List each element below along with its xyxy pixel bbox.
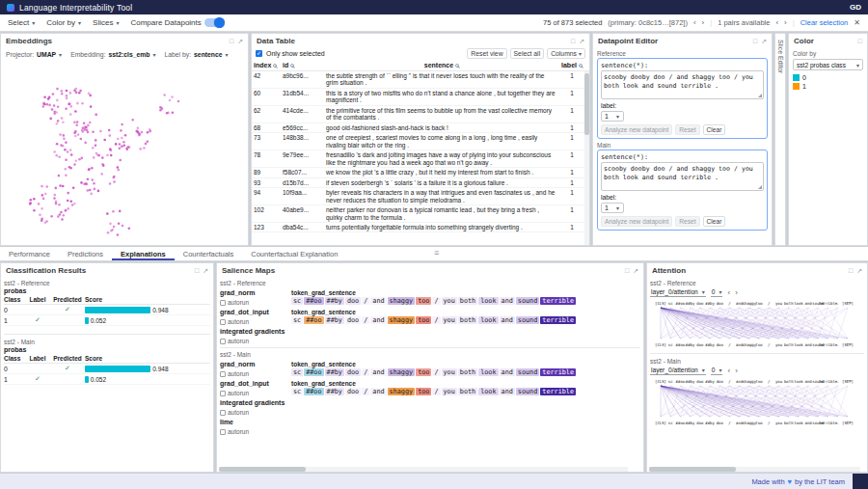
salience-token[interactable]: you <box>442 388 457 395</box>
next-datapoint-icon[interactable]: › <box>702 18 705 27</box>
salience-token[interactable]: ##oo <box>304 388 323 395</box>
attention-layer-select[interactable]: layer_0/attention▾ <box>650 287 706 297</box>
salience-token[interactable]: too <box>416 368 431 376</box>
clear-icon[interactable]: ✕ <box>854 18 860 27</box>
user-avatar[interactable]: GD <box>850 3 861 12</box>
table-row[interactable]: 62414cde...the primitive force of this f… <box>252 106 589 123</box>
pane-drag-handle[interactable]: ≡ <box>434 248 439 258</box>
salience-token[interactable]: look <box>478 297 498 305</box>
clear-button[interactable]: Clear <box>703 124 726 135</box>
scrollbar-thumb[interactable] <box>649 467 736 472</box>
autorun-checkbox[interactable] <box>220 300 226 306</box>
autorun-checkbox[interactable] <box>220 339 226 344</box>
salience-token[interactable]: / <box>362 316 369 324</box>
projector-select[interactable]: Projector:UMAP▾ <box>6 51 62 58</box>
salience-token[interactable]: look <box>478 316 498 324</box>
toggle-switch-icon[interactable] <box>204 18 224 27</box>
attention-head-select[interactable]: 0▾ <box>711 366 723 375</box>
salience-token[interactable]: / <box>362 388 369 395</box>
select-all-button[interactable]: Select all <box>510 48 545 59</box>
salience-token[interactable]: ##by <box>325 297 344 305</box>
columns-dropdown[interactable]: Columns▾ <box>547 48 585 59</box>
salience-token[interactable]: / <box>362 368 369 376</box>
salience-token[interactable]: both <box>458 316 477 324</box>
salience-token[interactable]: / <box>432 316 440 324</box>
salience-hscrollbar[interactable] <box>219 467 628 472</box>
salience-token[interactable]: and <box>370 388 386 395</box>
salience-token[interactable]: and <box>370 368 386 376</box>
maximize-icon[interactable]: □ <box>625 267 629 274</box>
clear-selection-button[interactable]: Clear selection <box>800 18 849 27</box>
table-row[interactable]: 10240abe9...neither parker nor donovan i… <box>252 205 589 223</box>
reset-button[interactable]: Reset <box>675 216 699 227</box>
salience-token[interactable]: sound <box>516 316 539 324</box>
salience-token[interactable]: terrible <box>540 316 576 324</box>
tab-counterfactual-explanation[interactable]: Counterfactual Explanation <box>242 247 346 260</box>
maximize-icon[interactable]: □ <box>858 38 862 44</box>
column-header-sentence[interactable]: sentence <box>323 62 560 68</box>
salience-token[interactable]: and <box>500 368 515 376</box>
autorun-checkbox[interactable] <box>220 319 226 325</box>
salience-token[interactable]: / <box>362 297 369 305</box>
column-header-index[interactable]: index <box>252 62 281 68</box>
salience-token[interactable]: both <box>458 297 477 305</box>
salience-token[interactable]: sound <box>516 297 539 305</box>
autorun-toggle[interactable]: autorun <box>220 370 288 377</box>
next-pair-icon[interactable]: › <box>784 18 787 27</box>
search-icon[interactable] <box>290 64 294 68</box>
column-header-id[interactable]: id <box>281 62 323 68</box>
salience-token[interactable]: ##oo <box>304 297 323 305</box>
salience-token[interactable]: doo <box>345 297 361 305</box>
table-row[interactable]: 93d15b7d...if steven soderbergh 's ` sol… <box>252 178 589 188</box>
prev-head-icon[interactable]: ‹ <box>727 367 730 375</box>
autorun-checkbox[interactable] <box>220 410 226 416</box>
scrollbar-thumb[interactable] <box>584 73 589 135</box>
salience-token[interactable]: / <box>432 388 440 395</box>
salience-token[interactable]: look <box>478 388 498 395</box>
table-row[interactable]: 123dba54c...turns potentially forgettabl… <box>252 223 589 232</box>
salience-token[interactable]: terrible <box>540 297 576 305</box>
table-row[interactable]: 68e569cc...good old-fashioned slash-and-… <box>252 123 589 133</box>
attention-visualization[interactable]: [CLS][CLS]scsc##oo##oo##by##bydoodoo##by… <box>650 298 858 348</box>
maximize-icon[interactable]: □ <box>230 38 233 44</box>
table-row[interactable]: 73148b38...one of creepiest , scariest m… <box>252 133 589 150</box>
salience-token[interactable]: doo <box>345 388 361 395</box>
autorun-checkbox[interactable] <box>220 429 226 435</box>
scatter-canvas[interactable] <box>1 61 248 244</box>
reset-button[interactable]: Reset <box>675 124 699 135</box>
popout-icon[interactable]: ↗ <box>237 38 243 44</box>
salience-token[interactable]: shaggy <box>388 297 416 305</box>
colorby-dropdown[interactable]: Color by▾ <box>46 18 81 27</box>
salience-token[interactable]: too <box>416 388 431 395</box>
maximize-icon[interactable]: □ <box>753 38 757 44</box>
attention-head-select[interactable]: 0▾ <box>711 287 723 297</box>
salience-token[interactable]: shaggy <box>388 368 416 376</box>
slice-editor-collapsed[interactable]: Slice Editor <box>774 33 786 246</box>
select-dropdown[interactable]: Select▾ <box>8 18 35 27</box>
reset-view-button[interactable]: Reset view <box>467 48 506 59</box>
popout-icon[interactable]: ↗ <box>633 267 638 274</box>
table-scrollbar[interactable] <box>584 71 589 245</box>
table-row[interactable]: 89f58c07...we know the plot 's a little … <box>252 168 589 177</box>
table-row[interactable]: 6031db54...this is a story of two misfit… <box>252 89 589 106</box>
sentence-textarea[interactable]: scooby dooby doo / and shaggy too / you … <box>601 70 764 99</box>
attention-layer-select[interactable]: layer_0/attention▾ <box>650 366 706 375</box>
salience-token[interactable]: and <box>500 297 515 305</box>
salience-token[interactable]: sc <box>291 368 303 376</box>
salience-token[interactable]: too <box>416 297 431 305</box>
salience-token[interactable]: you <box>442 368 457 376</box>
salience-token[interactable]: sc <box>291 297 303 305</box>
popout-icon[interactable]: ↗ <box>761 38 767 44</box>
search-icon[interactable] <box>455 64 459 68</box>
compare-datapoints-toggle[interactable]: Compare Datapoints <box>130 18 223 27</box>
slice-editor-label[interactable]: Slice Editor <box>777 40 784 73</box>
maximize-icon[interactable]: □ <box>849 267 853 274</box>
sentence-textarea[interactable]: scooby dooby doo / and shaggy too / you … <box>601 162 764 191</box>
prev-datapoint-icon[interactable]: ‹ <box>693 18 696 27</box>
salience-token[interactable]: you <box>442 297 457 305</box>
prev-head-icon[interactable]: ‹ <box>727 288 730 297</box>
column-header-label[interactable]: label <box>560 62 583 68</box>
autorun-toggle[interactable]: autorun <box>220 390 288 396</box>
clear-button[interactable]: Clear <box>703 216 726 227</box>
autorun-toggle[interactable]: autorun <box>220 428 288 435</box>
